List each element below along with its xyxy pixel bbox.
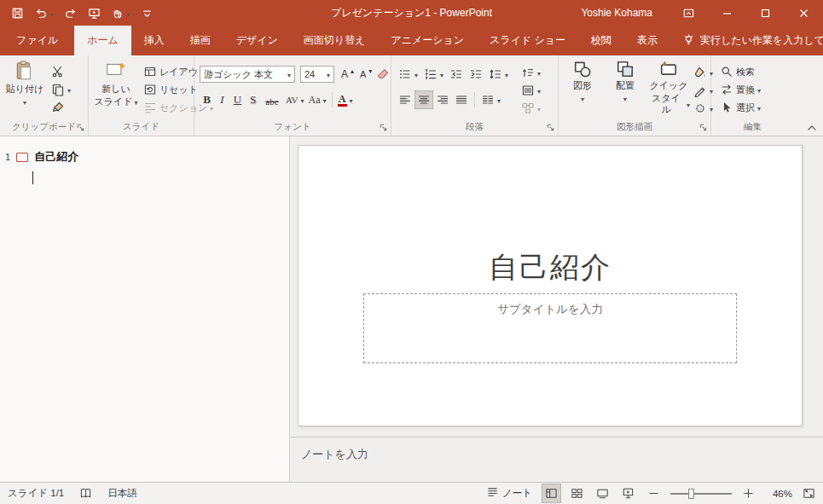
collapse-ribbon-button[interactable] — [807, 125, 817, 131]
tab-view[interactable]: 表示 — [624, 26, 670, 55]
arrange-button[interactable]: 配置 — [605, 60, 646, 104]
notes-pane[interactable]: ノートを入力 — [291, 437, 823, 482]
account-name[interactable]: Yoshie Kohama — [581, 7, 652, 19]
outline-slide-title[interactable]: 自己紹介 — [34, 149, 78, 165]
zoom-slider[interactable] — [670, 487, 732, 501]
repeat-button[interactable] — [64, 7, 77, 20]
tab-transitions[interactable]: 画面切り替え — [291, 26, 379, 55]
group-paragraph: 段落 — [391, 55, 559, 136]
zoom-out-button[interactable] — [645, 484, 663, 502]
clear-formatting-button[interactable] — [374, 66, 391, 83]
notes-placeholder[interactable]: ノートを入力 — [301, 447, 823, 462]
paragraph-dialog-launcher[interactable] — [546, 123, 555, 132]
strikethrough-button[interactable]: abc — [261, 91, 283, 108]
slide[interactable]: 自己紹介 サブタイトルを入力 — [298, 145, 803, 426]
reset-button[interactable]: リセット — [142, 81, 200, 98]
tab-slideshow[interactable]: スライド ショー — [477, 26, 578, 55]
shapes-button[interactable]: 図形 — [562, 60, 603, 104]
outline-slide-number: 1 — [5, 152, 10, 162]
reading-view-button[interactable] — [594, 484, 611, 502]
numbering-button[interactable] — [422, 66, 445, 83]
decrease-font-size-button[interactable]: A▾ — [358, 66, 374, 83]
ribbon-display-options-button[interactable] — [669, 0, 708, 26]
text-caret — [32, 171, 33, 184]
quick-styles-button[interactable]: クイック スタイル — [647, 60, 690, 116]
notes-toggle-button[interactable]: ノート — [484, 484, 535, 502]
touch-mouse-mode-button[interactable] — [112, 5, 130, 20]
format-painter-button[interactable] — [49, 99, 67, 116]
outline-slide-entry[interactable]: 1 自己紹介 — [5, 149, 78, 165]
status-bar: スライド 1/1 日本語 ノート 46% — [0, 482, 823, 504]
justify-button[interactable] — [453, 91, 470, 108]
font-family-combo[interactable]: 游ゴシック 本文 — [200, 66, 295, 83]
minimize-button[interactable] — [708, 0, 746, 26]
tell-me-box[interactable]: 実行したい作業を入力してください — [682, 26, 823, 55]
font-color-button[interactable]: A — [336, 91, 355, 108]
save-button[interactable] — [11, 7, 24, 20]
drawing-dialog-launcher[interactable] — [698, 123, 708, 132]
zoom-slider-thumb[interactable] — [688, 489, 694, 499]
bold-button[interactable]: B — [200, 91, 214, 108]
find-button[interactable]: 検索 — [718, 63, 756, 80]
tab-draw[interactable]: 描画 — [177, 26, 223, 55]
bullets-button[interactable] — [397, 66, 420, 83]
new-slide-button[interactable]: 新しい スライド — [92, 60, 140, 107]
zoom-in-button[interactable] — [739, 484, 757, 502]
increase-indent-button[interactable] — [467, 66, 484, 83]
spellcheck-icon[interactable] — [79, 487, 92, 500]
outline-pane[interactable]: 1 自己紹介 — [0, 136, 290, 482]
columns-button[interactable] — [479, 91, 502, 108]
slide-canvas[interactable]: 自己紹介 サブタイトルを入力 — [291, 136, 823, 437]
subtitle-placeholder[interactable]: サブタイトルを入力 — [363, 293, 737, 363]
maximize-button[interactable] — [746, 0, 785, 26]
copy-button[interactable] — [49, 81, 72, 98]
change-case-button[interactable]: Aa — [307, 91, 328, 108]
normal-view-button[interactable] — [542, 484, 560, 502]
paste-button[interactable]: 貼り付け — [5, 60, 44, 107]
character-spacing-button[interactable]: AV — [284, 91, 306, 108]
ribbon-display-options-icon — [682, 7, 695, 20]
fit-to-window-button[interactable] — [800, 484, 818, 502]
language-indicator[interactable]: 日本語 — [107, 487, 137, 500]
align-center-button[interactable] — [415, 91, 432, 108]
zoom-level[interactable]: 46% — [765, 489, 792, 499]
clipboard-dialog-launcher[interactable] — [76, 123, 85, 132]
align-center-icon — [417, 93, 431, 107]
dropdown-caret — [67, 84, 71, 95]
slideshow-view-button[interactable] — [619, 484, 637, 502]
slide-title-text[interactable]: 自己紹介 — [298, 248, 802, 287]
align-left-button[interactable] — [397, 91, 414, 108]
convert-to-smartart-button[interactable] — [519, 100, 542, 117]
decrease-indent-button[interactable] — [448, 66, 465, 83]
line-spacing-button[interactable] — [487, 66, 510, 83]
separator — [332, 92, 333, 107]
start-from-beginning-button[interactable] — [88, 7, 101, 20]
font-dialog-launcher[interactable] — [379, 123, 388, 132]
tab-file[interactable]: ファイル — [0, 26, 74, 55]
tab-review[interactable]: 校閲 — [578, 26, 624, 55]
group-label-slides: スライド — [89, 121, 194, 133]
tab-animations[interactable]: アニメーション — [378, 26, 477, 55]
undo-icon — [35, 7, 48, 20]
cut-button[interactable] — [49, 63, 67, 80]
align-text-button[interactable] — [519, 82, 542, 99]
slide-number-indicator[interactable]: スライド 1/1 — [8, 487, 64, 500]
align-right-button[interactable] — [434, 91, 451, 108]
tab-home[interactable]: ホーム — [74, 26, 131, 55]
text-shadow-button[interactable]: S — [246, 91, 260, 108]
tab-insert[interactable]: 挿入 — [131, 26, 177, 55]
text-direction-button[interactable] — [519, 64, 542, 81]
italic-button[interactable]: I — [215, 91, 229, 108]
tab-design[interactable]: デザイン — [223, 26, 291, 55]
underline-button[interactable]: U — [230, 91, 245, 108]
replace-label: 置換 — [736, 84, 755, 96]
close-button[interactable] — [785, 0, 823, 26]
increase-font-size-button[interactable]: A▴ — [339, 66, 356, 83]
undo-button[interactable] — [35, 5, 53, 20]
select-button[interactable]: 選択 — [718, 99, 762, 116]
font-size-combo[interactable]: 24 — [300, 66, 334, 83]
dropdown-caret — [440, 69, 443, 79]
customize-qat-button[interactable] — [141, 7, 154, 20]
slide-sorter-button[interactable] — [568, 484, 586, 502]
replace-button[interactable]: 置換 — [718, 81, 762, 98]
